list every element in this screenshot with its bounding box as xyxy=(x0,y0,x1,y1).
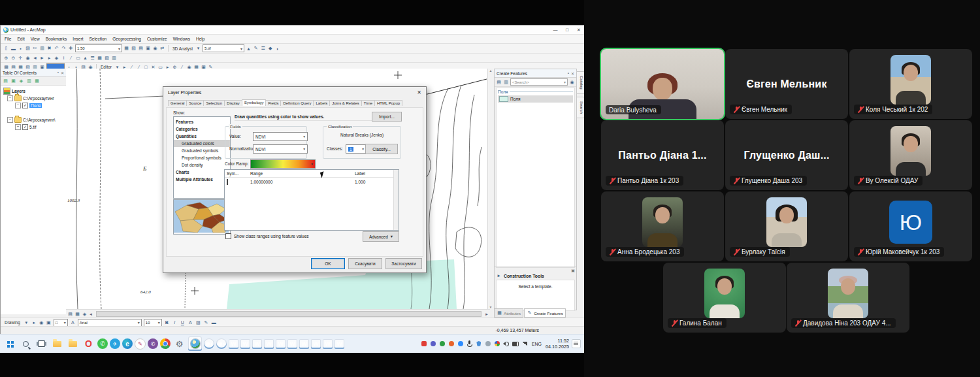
participant-tile[interactable]: Давидова Ніна 203 ОДАУ 4... xyxy=(787,263,909,333)
layer-combo[interactable]: 5.tif▾ xyxy=(203,44,244,52)
pin-icon[interactable]: ▪ xyxy=(57,71,59,75)
dialog-tab[interactable]: Symbology xyxy=(242,99,267,106)
toolbar-button[interactable]: ⁄ xyxy=(68,55,74,61)
word-icon[interactable]: W xyxy=(311,339,321,349)
3d-analyst-label[interactable]: 3D Analyst xyxy=(172,46,193,51)
cancel-button[interactable]: Скасувати xyxy=(348,258,382,269)
template-properties-icon[interactable]: ▥ xyxy=(503,79,509,86)
participant-tile[interactable]: Бурлаку Таїсія xyxy=(725,191,848,261)
show-list-item[interactable]: Features xyxy=(174,118,230,125)
toolbar-button[interactable]: ▦ xyxy=(97,55,103,61)
toc-toolbar-button[interactable]: ▤ xyxy=(3,78,8,84)
zoom-app-icon[interactable] xyxy=(216,338,227,349)
menu-item[interactable]: View xyxy=(31,37,40,41)
toolbar-button[interactable]: ▧ xyxy=(104,55,110,61)
toc-group[interactable]: C:\Агроскаутинг\ xyxy=(23,118,56,122)
show-list-item[interactable]: Proportional symbols xyxy=(174,154,230,161)
underline-button[interactable]: U xyxy=(180,320,186,326)
paint-icon[interactable]: ✎ xyxy=(135,338,146,350)
map-vertical-scrollbar[interactable]: ▲▼ xyxy=(487,69,493,309)
notification-center-icon[interactable] xyxy=(572,339,581,348)
template-search-input[interactable]: <Search>▾ xyxy=(510,78,568,86)
toolbar-button[interactable]: ▨ xyxy=(25,45,31,52)
expand-icon[interactable]: + xyxy=(15,124,21,130)
search-icon[interactable]: ◉ xyxy=(569,79,575,86)
participant-tile[interactable]: Ву Олексій ОДАУ xyxy=(849,120,972,190)
network-icon[interactable] xyxy=(521,340,528,347)
template-item[interactable]: Поля xyxy=(498,95,573,103)
close-icon[interactable]: ✕ xyxy=(61,71,64,75)
close-button[interactable]: ✕ xyxy=(576,27,582,33)
tab-attributes[interactable]: ▦Attributes xyxy=(494,308,523,318)
dialog-tab[interactable]: Definition Query xyxy=(280,100,314,106)
color-tool-button[interactable]: A xyxy=(188,320,193,326)
close-icon[interactable]: ✕ xyxy=(571,71,574,76)
color-tool-button[interactable]: ▬ xyxy=(211,320,217,326)
panel-splitter[interactable]: ▣ xyxy=(495,267,576,272)
toolbar-button[interactable]: ☰ xyxy=(260,45,266,52)
word-icon[interactable]: W xyxy=(252,339,262,349)
tray-icon[interactable] xyxy=(485,340,491,347)
color-ramp-dropdown[interactable]: r▾ xyxy=(250,159,316,169)
collapse-icon[interactable]: − xyxy=(15,103,21,108)
word-icon[interactable]: W xyxy=(276,339,286,349)
participant-tile[interactable]: Галина Балан xyxy=(663,263,786,333)
show-class-ranges-checkbox[interactable] xyxy=(225,233,231,239)
toolbar-button[interactable]: ▥ xyxy=(39,45,45,52)
show-list-item[interactable]: Multiple Attributes xyxy=(174,176,230,183)
classes-dropdown[interactable]: 1▾ xyxy=(346,144,367,154)
dialog-tab[interactable]: Labels xyxy=(313,100,330,106)
tray-icon[interactable] xyxy=(448,340,455,347)
show-list-item[interactable]: Charts xyxy=(174,169,230,176)
scroll-left-icon[interactable]: ◄ xyxy=(89,312,93,316)
layout-view-button[interactable]: ▦ xyxy=(74,311,80,318)
toolbar-button[interactable]: ▤ xyxy=(138,45,144,52)
collapse-icon[interactable]: − xyxy=(7,117,13,123)
normalization-dropdown[interactable]: NDVI▾ xyxy=(253,144,308,154)
file-explorer-icon[interactable] xyxy=(50,336,64,351)
participant-tile[interactable]: Анна Бродецька 203 xyxy=(601,191,724,261)
shape-picker[interactable]: □▾ xyxy=(54,319,68,327)
menu-item[interactable]: Geoprocessing xyxy=(112,37,141,41)
dialog-tab[interactable]: Selection xyxy=(203,100,225,106)
toolbar-button[interactable]: ▭ xyxy=(75,55,81,61)
volume-icon[interactable] xyxy=(503,340,510,347)
toolbar-button[interactable]: ▸ xyxy=(46,55,52,61)
toc-toolbar-button[interactable]: ◈ xyxy=(18,78,24,84)
toolbar-button[interactable]: ↶ xyxy=(54,45,59,52)
toc-layer-selected[interactable]: Поля xyxy=(29,103,42,108)
toc-root[interactable]: Layers xyxy=(12,89,25,93)
expand-panel-icon[interactable]: ▣ xyxy=(571,268,575,272)
toolbar-button[interactable]: ▥ xyxy=(111,55,117,61)
dialog-tab[interactable]: General xyxy=(168,100,187,106)
show-list-item[interactable]: Graduated symbols xyxy=(174,147,230,154)
telegram-icon[interactable]: ✈ xyxy=(110,338,120,349)
drawing-tool-button[interactable]: ◉ xyxy=(39,320,44,326)
toolbar-button[interactable]: i xyxy=(61,55,67,61)
tray-icon[interactable] xyxy=(421,340,427,347)
search-button[interactable] xyxy=(19,336,33,351)
word-icon[interactable]: W xyxy=(264,339,274,349)
show-list-item[interactable]: Quantities xyxy=(174,133,230,140)
pin-icon[interactable]: ▪ xyxy=(568,71,569,76)
scroll-right-icon[interactable]: ► xyxy=(485,312,489,316)
dialog-close-button[interactable]: ✕ xyxy=(417,90,421,95)
dialog-tab[interactable]: Source xyxy=(186,100,204,106)
tray-icon[interactable] xyxy=(439,340,446,347)
class-color-swatch[interactable] xyxy=(227,179,228,185)
participant-tile[interactable]: Пантьо Діана 1... Пантьо Діана 1к 203 xyxy=(601,120,724,190)
collapse-icon[interactable]: − xyxy=(7,95,13,101)
toolbar-button[interactable]: ▣ xyxy=(145,45,151,52)
minimize-button[interactable]: — xyxy=(552,27,559,33)
toolbar-button[interactable]: ⊕ xyxy=(3,55,9,61)
toolbar-button[interactable]: ► xyxy=(39,55,45,61)
clock[interactable]: 11:52 04.10.2025 xyxy=(546,338,569,350)
word-icon[interactable]: W xyxy=(323,339,333,349)
toolbar-button[interactable]: ◗ xyxy=(274,45,280,52)
value-dropdown[interactable]: NDVI▾ xyxy=(253,132,308,141)
layer-checkbox[interactable] xyxy=(22,124,28,130)
toolbar-button[interactable]: ✂ xyxy=(32,45,38,52)
toolbar-button[interactable]: ☰ xyxy=(90,55,95,61)
toolbar-button[interactable]: ◉ xyxy=(25,55,31,61)
file-explorer-icon[interactable] xyxy=(66,336,80,351)
